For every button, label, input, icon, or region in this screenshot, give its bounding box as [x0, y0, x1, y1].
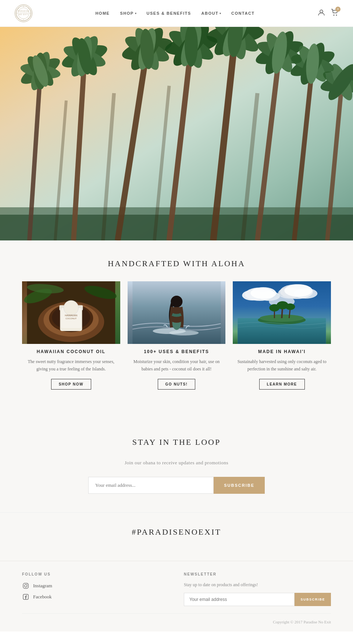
card-coconut-desc: The sweet nutty fragrance immerses your …	[22, 358, 120, 373]
newsletter-subtitle: Join our ohana to receive updates and pr…	[22, 460, 331, 466]
facebook-icon	[22, 593, 29, 601]
header-icons: 0	[318, 9, 338, 18]
hashtag-section: #PARADISENOEXIT	[0, 512, 353, 561]
nav-home[interactable]: HOME	[95, 11, 110, 15]
svg-text:NO EXIT: NO EXIT	[19, 14, 28, 15]
nav-shop-container: SHOP ▾	[120, 11, 136, 15]
user-icon[interactable]	[318, 9, 325, 18]
footer-grid: FOLLOW US Instagram	[22, 572, 331, 613]
svg-text:COCONUT: COCONUT	[65, 317, 77, 320]
nav-about[interactable]: ABOUT	[202, 11, 219, 15]
svg-point-83	[64, 300, 78, 315]
footer-newsletter-title: NEWSLETTER	[184, 572, 331, 576]
logo[interactable]: PARADISE NO EXIT	[15, 4, 32, 22]
instagram-icon	[22, 582, 29, 590]
copyright: Copyright © 2017 Paradise No Exit	[22, 613, 331, 624]
footer-newsletter: NEWSLETTER Stay up to date on products a…	[184, 572, 331, 606]
newsletter-form: SUBSCRIBE	[88, 477, 265, 494]
shop-now-button[interactable]: SHOP NOW	[51, 379, 91, 390]
newsletter-title: STAY IN THE LOOP	[22, 437, 331, 447]
svg-point-112	[286, 303, 295, 310]
svg-point-91	[169, 330, 199, 335]
card-coconut-title: HAWAIIAN COCONUT OIL	[22, 349, 120, 354]
instagram-link[interactable]: Instagram	[22, 582, 169, 590]
subscribe-button[interactable]: SUBSCRIBE	[214, 477, 265, 494]
card-uses-benefits: 100+ USES & BENEFITS Moisturize your ski…	[128, 281, 226, 390]
learn-more-button[interactable]: LEARN MORE	[259, 379, 305, 390]
main-nav: HOME SHOP ▾ USES & BENEFITS ABOUT ▾ CONT…	[95, 11, 254, 15]
logo-circle: PARADISE NO EXIT	[15, 4, 32, 22]
svg-text:HAWAIIAN: HAWAIIAN	[65, 314, 77, 317]
nav-contact[interactable]: CONTACT	[231, 11, 254, 15]
footer-newsletter-text: Stay up to date on products and offering…	[184, 582, 331, 588]
cart-icon[interactable]: 0	[331, 9, 338, 18]
hashtag-text: #PARADISENOEXIT	[22, 527, 331, 537]
card-hawaii-title: MADE IN HAWAI'I	[233, 349, 331, 354]
go-nuts-button[interactable]: GO NUTS!	[158, 379, 196, 390]
svg-text:PARADISE: PARADISE	[18, 10, 29, 12]
site-header: PARADISE NO EXIT HOME SHOP ▾	[0, 0, 353, 27]
shop-chevron-icon: ▾	[135, 12, 136, 15]
nav-about-container: ABOUT ▾	[202, 11, 221, 15]
coconut-oil-image: HAWAIIAN COCONUT	[22, 281, 120, 344]
nav-shop[interactable]: SHOP	[120, 11, 133, 15]
main-section-title: HANDCRAFTED WITH ALOHA	[22, 259, 331, 268]
card-hawaii-desc: Sustainably harvested using only coconut…	[233, 358, 331, 373]
svg-point-114	[25, 584, 27, 587]
island-image	[233, 281, 331, 344]
cart-count: 0	[335, 7, 340, 12]
svg-point-102	[285, 284, 313, 297]
card-coconut-oil: HAWAIIAN COCONUT HAWAIIAN COCONUT OIL Th…	[22, 281, 120, 390]
main-section: HANDCRAFTED WITH ALOHA HAWAIIAN	[0, 240, 353, 419]
footer-subscribe-button[interactable]: SUBSCRIBE	[295, 593, 331, 606]
svg-point-1	[18, 8, 29, 19]
svg-rect-113	[23, 583, 28, 588]
instagram-label: Instagram	[33, 583, 52, 589]
svg-point-14	[333, 14, 334, 15]
svg-point-98	[251, 287, 277, 299]
card-uses-title: 100+ USES & BENEFITS	[128, 349, 226, 354]
nav-uses-benefits[interactable]: USES & BENEFITS	[147, 11, 191, 15]
svg-point-15	[336, 14, 337, 15]
facebook-link[interactable]: Facebook	[22, 593, 169, 601]
footer-follow-us: FOLLOW US Instagram	[22, 572, 169, 606]
about-chevron-icon: ▾	[220, 12, 221, 15]
card-made-in-hawaii: MADE IN HAWAI'I Sustainably harvested us…	[233, 281, 331, 390]
svg-point-13	[320, 10, 323, 13]
person-image	[128, 281, 226, 344]
footer-email-row: SUBSCRIBE	[184, 593, 331, 606]
newsletter-section: STAY IN THE LOOP Join our ohana to recei…	[0, 419, 353, 512]
hero-section	[0, 27, 353, 240]
svg-point-115	[27, 584, 28, 585]
follow-us-title: FOLLOW US	[22, 572, 169, 576]
cards-grid: HAWAIIAN COCONUT HAWAIIAN COCONUT OIL Th…	[22, 281, 331, 390]
card-uses-desc: Moisturize your skin, condition your hai…	[128, 358, 226, 373]
newsletter-email-input[interactable]	[88, 477, 214, 494]
footer-email-input[interactable]	[184, 593, 295, 606]
svg-rect-18	[0, 215, 353, 240]
footer: FOLLOW US Instagram	[0, 561, 353, 631]
facebook-label: Facebook	[33, 594, 52, 600]
